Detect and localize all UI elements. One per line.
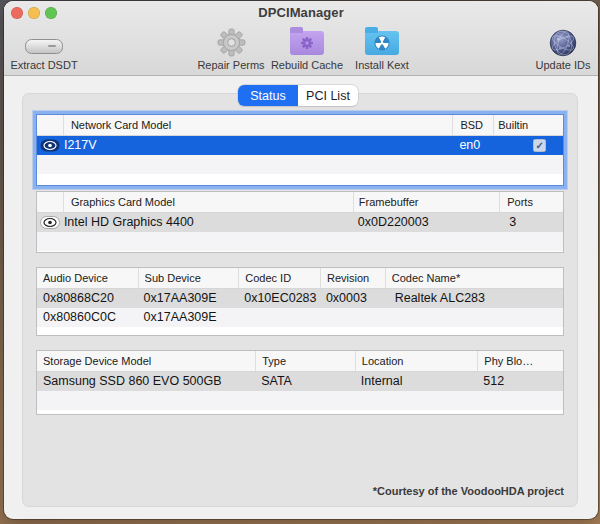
graphics-table-row[interactable]: Intel HD Graphics 4400 0x0D220003 3 [37,213,563,232]
column-header-location[interactable]: Location [355,351,478,371]
column-header-builtin[interactable]: Builtin [493,115,563,135]
globe-icon [549,29,577,57]
cell-network-builtin: ✓ [493,136,563,155]
column-header-graphics-card-model[interactable]: Graphics Card Model [63,192,353,212]
cell-sub-device: 0x17AA309E [138,289,239,308]
cell-audio-device: 0x80868C20 [37,289,138,308]
toolbar-rebuild-cache-button[interactable]: Rebuild Cache [265,26,349,71]
audio-table-row[interactable]: 0x80868C20 0x17AA309E 0x10EC0283 0x0003 … [37,289,563,308]
eye-column-header[interactable] [37,115,63,135]
tab-pci-list[interactable]: PCI List [298,85,358,106]
cell-codec-name: Realtek ALC283 [385,289,563,308]
eye-column-header[interactable] [37,192,63,212]
cell-codec-id: 0x10EC0283 [238,289,320,308]
storage-table-row[interactable]: Samsung SSD 860 EVO 500GB SATA Internal … [37,372,563,391]
builtin-checkbox[interactable]: ✓ [533,139,546,152]
view-segmented-control: Status PCI List [238,85,358,106]
column-header-framebuffer[interactable]: Framebuffer [353,192,499,212]
graphics-table-header: Graphics Card Model Framebuffer Ports [37,192,563,213]
empty-row [37,251,563,253]
audio-table: Audio Device Sub Device Codec ID Revisio… [36,267,564,336]
column-header-audio-device[interactable]: Audio Device [37,268,138,288]
cell-revision [320,308,385,327]
toolbar-update-ids-button[interactable]: Update IDs [527,26,598,71]
column-header-phy-block[interactable]: Phy Blo… [477,351,563,371]
column-header-codec-name[interactable]: Codec Name* [385,268,563,288]
cell-graphics-framebuffer: 0x0D220003 [353,213,499,232]
folder-gear-icon [290,31,324,55]
toolbar-label: Extract DSDT [6,59,82,71]
cell-storage-location: Internal [355,372,478,391]
column-header-bsd[interactable]: BSD [452,115,493,135]
eye-icon[interactable] [40,139,60,152]
graphics-table: Graphics Card Model Framebuffer Ports In… [36,191,564,253]
empty-row [37,327,563,336]
cell-sub-device: 0x17AA309E [138,308,239,327]
empty-row [37,155,563,174]
audio-table-header: Audio Device Sub Device Codec ID Revisio… [37,268,563,289]
toolbar-label: Rebuild Cache [265,59,349,71]
gear-icon [217,28,246,57]
empty-row [37,391,563,410]
column-header-storage-device-model[interactable]: Storage Device Model [37,351,255,371]
storage-table-header: Storage Device Model Type Location Phy B… [37,351,563,372]
empty-row [37,410,563,415]
folder-kext-icon [365,31,399,55]
storage-table: Storage Device Model Type Location Phy B… [36,350,564,415]
cell-network-model: I217V [63,136,453,155]
app-window: DPCIManager Extract DSDT Repair Perm [4,1,598,519]
toolbar-label: Repair Perms [191,59,271,71]
column-header-network-card-model[interactable]: Network Card Model [63,115,452,135]
cell-storage-type: SATA [255,372,355,391]
toolbar-label: Install Kext [344,59,420,71]
empty-row [37,174,563,186]
network-table-row[interactable]: I217V en0 ✓ [37,136,563,155]
tab-status[interactable]: Status [238,85,298,106]
window-title: DPCIManager [4,5,598,20]
status-panel: Network Card Model BSD Builtin I217V en0… [22,93,578,507]
cell-codec-name [385,308,563,327]
cell-network-bsd: en0 [452,136,493,155]
cell-storage-model: Samsung SSD 860 EVO 500GB [37,372,255,391]
cell-codec-id [238,308,320,327]
column-header-ports[interactable]: Ports [499,192,563,212]
network-table-header: Network Card Model BSD Builtin [37,115,563,136]
network-table: Network Card Model BSD Builtin I217V en0… [36,114,564,186]
titlebar-toolbar: DPCIManager Extract DSDT Repair Perm [4,1,598,76]
column-header-revision[interactable]: Revision [320,268,385,288]
empty-row [37,232,563,251]
eye-icon[interactable] [40,216,60,229]
audio-table-row[interactable]: 0x80860C0C 0x17AA309E [37,308,563,327]
column-header-codec-id[interactable]: Codec ID [238,268,320,288]
cell-graphics-model: Intel HD Graphics 4400 [63,213,353,232]
toolbar-repair-perms-button[interactable]: Repair Perms [191,26,271,71]
toolbar-extract-dsdt-button[interactable]: Extract DSDT [6,26,82,71]
voodoohda-footnote: *Courtesy of the VoodooHDA project [373,485,564,497]
toolbar-label: Update IDs [527,59,598,71]
cell-storage-phy-block: 512 [477,372,563,391]
cell-audio-device: 0x80860C0C [37,308,138,327]
drive-icon [25,39,63,54]
toolbar-install-kext-button[interactable]: Install Kext [344,26,420,71]
column-header-sub-device[interactable]: Sub Device [138,268,239,288]
cell-graphics-ports: 3 [499,213,563,232]
column-header-type[interactable]: Type [255,351,355,371]
cell-revision: 0x0003 [320,289,385,308]
